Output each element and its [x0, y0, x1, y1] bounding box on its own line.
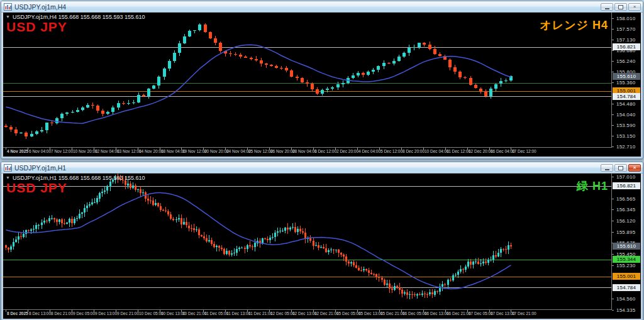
price-tick-label: 154.335	[616, 307, 635, 313]
time-tickmark	[335, 148, 336, 150]
minimize-button[interactable]	[601, 3, 613, 11]
close-button[interactable]: ×	[628, 3, 641, 11]
window-title: USDJPY.oj1m,H4	[14, 3, 598, 11]
time-tick-label: 28 Nov 04:00	[292, 149, 317, 153]
price-tickmark	[612, 177, 614, 177]
price-tickmark	[612, 72, 614, 72]
price-tick-label: 154.480	[616, 101, 635, 107]
minimize-button[interactable]	[601, 164, 613, 172]
time-tickmark	[269, 148, 270, 150]
price-axis[interactable]: 158.010157.570157.130156.680156.240155.8…	[611, 13, 641, 157]
price-tick-label: 153.590	[616, 123, 635, 128]
price-tick-label: 155.360	[616, 80, 635, 86]
chart-window-icon	[4, 3, 12, 11]
time-tick-label: 12 Dec 13:00	[292, 311, 317, 316]
time-tickmark	[511, 310, 511, 312]
time-tick-label: 25 Nov 12:00	[248, 149, 273, 153]
time-tick-label: 7 Nov 12:00	[51, 149, 73, 153]
time-tickmark	[511, 148, 511, 150]
time-tick-label: 10 Dec 04:00	[425, 149, 449, 153]
time-tickmark	[357, 310, 358, 312]
time-tickmark	[28, 148, 28, 150]
time-axis[interactable]: 8 Dec 20258 Dec 13:008 Dec 21:009 Dec 05…	[3, 309, 612, 319]
window-titlebar[interactable]: USDJPY.oj1m,H4 ×	[1, 1, 643, 13]
time-tickmark	[401, 310, 402, 312]
candles-svg	[3, 13, 612, 148]
time-tickmark	[247, 148, 248, 150]
restore-button[interactable]	[614, 3, 627, 11]
price-tickmark	[612, 136, 614, 136]
price-tickmark	[612, 146, 614, 147]
chart-window-icon	[4, 164, 12, 172]
time-tick-label: 14 Nov 20:00	[139, 149, 164, 153]
time-tick-label: 4 Dec 04:00	[358, 149, 380, 153]
time-tickmark	[203, 310, 204, 312]
price-tickmark	[612, 104, 614, 104]
price-tick-label: 152.710	[616, 144, 635, 150]
time-tickmark	[467, 148, 468, 150]
close-button[interactable]: ×	[628, 164, 641, 172]
price-tick-label: 155.230	[616, 263, 635, 268]
time-tickmark	[445, 148, 446, 150]
time-tickmark	[181, 148, 182, 150]
time-tick-label: 5 Dec 12:00	[380, 149, 402, 153]
chart-client: ▼USDJPY.oj1m,H4 155.668 155.668 155.593 …	[3, 13, 641, 157]
price-tick-label: 154.040	[616, 112, 635, 118]
time-tickmark	[203, 148, 204, 150]
time-tickmark	[116, 148, 116, 150]
time-tick-label: 15 Dec 05:00	[336, 311, 361, 316]
time-tick-label: 26 Nov 20:00	[270, 149, 295, 153]
price-level-box: 154.784	[613, 93, 640, 100]
price-tickmark	[612, 265, 614, 266]
time-tick-label: 18 Nov 04:00	[161, 149, 186, 153]
time-tickmark	[445, 310, 446, 312]
restore-button[interactable]	[614, 164, 627, 172]
time-tick-label: 19 Nov 12:00	[182, 149, 207, 153]
chevron-down-icon[interactable]: ▼	[6, 175, 10, 180]
price-axis[interactable]: 157.010156.565156.345156.120155.895155.6…	[611, 174, 641, 319]
price-tickmark	[612, 50, 614, 51]
time-tickmark	[489, 310, 490, 312]
time-tick-label: 11 Dec 12:00	[447, 149, 470, 153]
time-tickmark	[6, 310, 6, 312]
time-tick-label: 10 Dec 21:00	[182, 311, 207, 316]
window-titlebar[interactable]: USDJPY.oj1m,H1 ×	[1, 162, 643, 174]
time-tickmark	[94, 310, 94, 312]
time-tickmark	[379, 310, 380, 312]
time-tick-label: 15 Dec 21:00	[380, 311, 405, 316]
price-tick-label: 158.010	[616, 16, 635, 21]
corner-label: オレンジ H4	[540, 18, 608, 33]
time-tick-label: 15 Dec 13:00	[358, 311, 383, 316]
time-tickmark	[313, 310, 314, 312]
time-tickmark	[225, 148, 226, 150]
time-tick-label: 12 Dec 21:00	[314, 311, 339, 316]
chart-window-h1: USDJPY.oj1m,H1 × ▼USDJPY.oj1m,H1 155.668…	[1, 162, 643, 320]
time-tick-label: 12 Dec 20:00	[469, 149, 493, 153]
time-tickmark	[269, 310, 270, 312]
time-tickmark	[423, 148, 424, 150]
time-tickmark	[489, 148, 490, 150]
time-tickmark	[160, 148, 160, 150]
price-tickmark	[612, 254, 614, 255]
chart-client: ▼USDJPY.oj1m,H1 155.668 155.668 155.593 …	[3, 174, 641, 319]
chevron-down-icon[interactable]: ▼	[6, 14, 10, 19]
time-tickmark	[28, 310, 28, 312]
time-tickmark	[181, 310, 182, 312]
price-level-box: 155.001	[613, 273, 640, 280]
time-tickmark	[6, 148, 6, 150]
symbol-watermark: USD JPY	[6, 180, 67, 196]
current-price-box: 155.610	[613, 243, 640, 250]
chart-plot[interactable]	[3, 13, 612, 148]
time-tickmark	[423, 310, 424, 312]
time-tick-label: 8 Dec 2025	[7, 311, 28, 316]
time-tickmark	[313, 148, 314, 150]
time-tick-label: 20 Nov 20:00	[204, 149, 229, 153]
price-tickmark	[612, 114, 614, 115]
time-tick-label: 11 Dec 21:00	[248, 311, 272, 316]
time-tickmark	[335, 310, 336, 312]
mt4-workspace: { "colors": { "bull": "#2bd8cf", "bear":…	[0, 0, 644, 320]
price-tickmark	[612, 310, 614, 311]
chart-plot[interactable]	[3, 174, 612, 310]
time-axis[interactable]: 4 Nov 20256 Nov 04:007 Nov 12:0010 Nov 2…	[3, 147, 612, 157]
time-tickmark	[50, 310, 50, 312]
